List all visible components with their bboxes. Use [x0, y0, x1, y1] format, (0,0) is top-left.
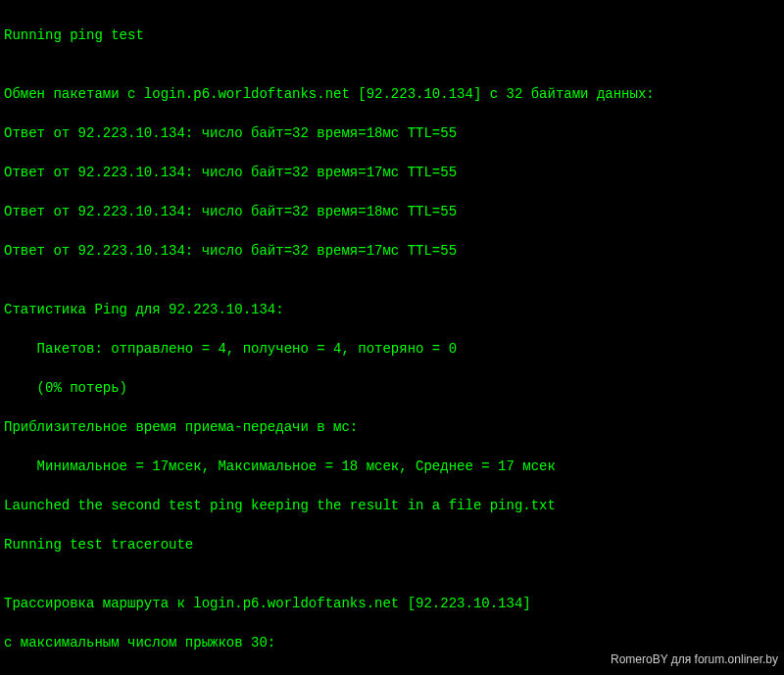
approx-header: Приблизительное время приема-передачи в …	[4, 417, 780, 437]
approx-values: Минимальное = 17мсек, Максимальное = 18 …	[4, 457, 780, 476]
launched-ping: Launched the second test ping keeping th…	[4, 496, 780, 515]
ping-reply: Ответ от 92.223.10.134: число байт=32 вр…	[4, 202, 780, 221]
ping-reply: Ответ от 92.223.10.134: число байт=32 вр…	[4, 123, 780, 143]
ping-intro: Обмен пакетами с login.p6.worldoftanks.n…	[4, 84, 780, 104]
header-line: Running ping test	[4, 25, 780, 45]
stats-header: Статистика Ping для 92.223.10.134:	[4, 300, 780, 319]
stats-packets: Пакетов: отправлено = 4, получено = 4, п…	[4, 339, 780, 359]
running-tracert: Running test traceroute	[4, 535, 780, 554]
trace-hops-line: с максимальным числом прыжков 30:	[4, 633, 780, 652]
watermark-text: RomeroBY для forum.onliner.by	[611, 650, 778, 669]
stats-loss: (0% потерь)	[4, 378, 780, 398]
terminal-window[interactable]: Running ping test Обмен пакетами с login…	[0, 0, 784, 675]
ping-reply: Ответ от 92.223.10.134: число байт=32 вр…	[4, 163, 780, 182]
ping-reply: Ответ от 92.223.10.134: число байт=32 вр…	[4, 241, 780, 261]
trace-header: Трассировка маршрута к login.p6.worldoft…	[4, 594, 780, 613]
